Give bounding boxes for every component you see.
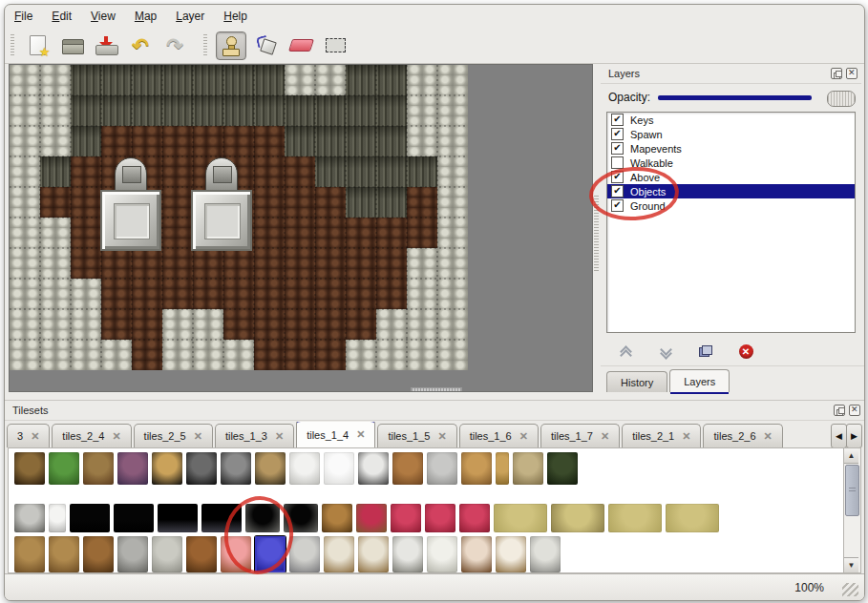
map-tile-cliff-rock[interactable] — [346, 187, 376, 218]
map-tile-cliff-rock[interactable] — [376, 126, 407, 156]
map-tile-brown-floor[interactable] — [254, 248, 285, 279]
map-tile-brown-floor[interactable] — [101, 248, 132, 279]
layer-row-walkable[interactable]: Walkable — [607, 156, 855, 170]
menu-item-edit[interactable]: Edit — [52, 10, 72, 23]
map-tile-light-rock[interactable] — [10, 187, 40, 218]
fill-tool-button[interactable] — [252, 32, 281, 59]
map-tile-brown-floor[interactable] — [285, 156, 315, 187]
map-tile-brown-floor[interactable] — [315, 248, 346, 279]
tileset-tile-dark-arch-tile[interactable] — [284, 504, 318, 532]
layer-row-spawn[interactable]: ✔Spawn — [607, 127, 855, 141]
map-tile-light-rock[interactable] — [40, 95, 71, 126]
tileset-tile-grave-cross[interactable] — [221, 536, 251, 572]
map-tile-brown-floor[interactable] — [285, 309, 315, 340]
tileset-tile-blue-tombstone[interactable] — [255, 536, 286, 572]
layer-row-above[interactable]: ✔Above — [607, 170, 855, 184]
map-tile-brown-floor[interactable] — [254, 309, 285, 340]
opacity-slider-handle[interactable] — [827, 91, 856, 107]
map-tile-brown-floor[interactable] — [254, 156, 285, 187]
map-tile-light-rock[interactable] — [407, 248, 437, 279]
tileset-tile-stone-rubble[interactable] — [152, 536, 182, 572]
move-layer-down-button[interactable] — [655, 341, 676, 362]
map-tile-light-rock[interactable] — [315, 65, 346, 95]
map-tile-brown-floor[interactable] — [132, 248, 162, 279]
toolbar-grip[interactable] — [11, 34, 14, 57]
map-tile-cliff-rock[interactable] — [285, 95, 315, 126]
map-tile-brown-floor[interactable] — [40, 187, 71, 218]
float-panel-icon[interactable] — [831, 68, 842, 79]
map-tile-light-rock[interactable] — [437, 65, 468, 95]
tileset-tile-stone-furnace[interactable] — [14, 504, 45, 532]
layer-visibility-checkbox[interactable]: ✔ — [611, 199, 624, 212]
tileset-tab-tiles_1_4[interactable]: tiles_1_4✕ — [296, 422, 375, 447]
map-tile-brown-floor[interactable] — [162, 218, 193, 248]
map-tile-light-rock[interactable] — [10, 95, 40, 126]
map-tile-cliff-rock[interactable] — [162, 65, 193, 95]
map-tile-brown-floor[interactable] — [162, 248, 193, 279]
map-tile-brown-floor[interactable] — [346, 309, 376, 340]
map-tile-cliff-rock[interactable] — [376, 187, 407, 218]
map-tile-brown-floor[interactable] — [407, 218, 437, 248]
map-tile-brown-floor[interactable] — [285, 248, 315, 279]
map-tile-brown-floor[interactable] — [254, 187, 285, 218]
tileset-tab-tiles_1_5[interactable]: tiles_1_5✕ — [377, 424, 456, 447]
layer-visibility-checkbox[interactable]: ✔ — [611, 185, 624, 198]
menu-item-file[interactable]: File — [14, 10, 32, 23]
tab-scroll-right-button[interactable]: ▶ — [846, 424, 862, 448]
delete-layer-button[interactable]: ✕ — [735, 341, 756, 362]
menu-item-layer[interactable]: Layer — [176, 10, 204, 23]
map-tile-brown-floor[interactable] — [71, 156, 101, 187]
tileset-tile-snowy-well[interactable] — [392, 536, 423, 572]
map-object-grave-pedestal[interactable] — [100, 157, 161, 251]
eraser-tool-button[interactable] — [286, 32, 315, 59]
map-canvas[interactable] — [9, 64, 593, 392]
tileset-tab-tiles_1_7[interactable]: tiles_1_7✕ — [540, 424, 620, 447]
tileset-tile-barred-window[interactable] — [221, 452, 251, 485]
map-tile-light-rock[interactable] — [437, 340, 468, 370]
map-tile-cliff-rock[interactable] — [285, 126, 315, 156]
map-tile-light-rock[interactable] — [10, 279, 40, 309]
tileset-tile-red-curtains[interactable] — [425, 504, 455, 532]
menu-item-help[interactable]: Help — [223, 10, 247, 23]
map-tile-cliff-rock[interactable] — [223, 65, 254, 95]
tab-scroll-left-button[interactable]: ◀ — [831, 424, 847, 448]
map-object-grave-pedestal[interactable] — [191, 157, 252, 251]
layer-visibility-checkbox[interactable]: ✔ — [611, 142, 624, 155]
toolbar-grip[interactable] — [203, 34, 207, 57]
map-tile-light-rock[interactable] — [193, 309, 223, 340]
tileset-tile-dark-arch-tile[interactable] — [245, 504, 280, 532]
map-tile-brown-floor[interactable] — [407, 187, 437, 218]
map-horizontal-scrollbar[interactable] — [411, 387, 462, 392]
map-tile-cliff-rock[interactable] — [407, 156, 437, 187]
map-tile-cliff-rock[interactable] — [71, 126, 101, 156]
map-tile-light-rock[interactable] — [10, 309, 40, 340]
layer-row-keys[interactable]: ✔Keys — [607, 113, 855, 127]
tileset-tile-small-dark-window[interactable] — [186, 452, 217, 485]
scroll-up-button[interactable]: ▲ — [844, 448, 858, 464]
tileset-tile-snowy-barrel[interactable] — [461, 536, 492, 572]
close-tab-icon[interactable]: ✕ — [112, 430, 120, 443]
map-tile-light-rock[interactable] — [40, 248, 71, 279]
map-tile-brown-floor[interactable] — [71, 218, 101, 248]
map-tile-brown-floor[interactable] — [223, 126, 254, 156]
map-tile-light-rock[interactable] — [101, 340, 132, 370]
tileset-tile-flowerbox-window[interactable] — [49, 452, 79, 485]
map-tile-brown-floor[interactable] — [254, 279, 285, 309]
map-tile-light-rock[interactable] — [10, 156, 40, 187]
map-tile-brown-floor[interactable] — [162, 156, 193, 187]
tileset-tile-black-tile[interactable] — [70, 504, 110, 532]
tileset-tile-white-arched-window[interactable] — [289, 452, 320, 485]
close-tab-icon[interactable]: ✕ — [682, 430, 690, 443]
map-tile-brown-floor[interactable] — [132, 309, 162, 340]
map-tile-light-rock[interactable] — [10, 126, 40, 156]
map-tile-cliff-rock[interactable] — [315, 126, 346, 156]
map-tile-light-rock[interactable] — [407, 65, 437, 95]
tileset-tile-black-tile[interactable] — [114, 504, 154, 532]
tileset-tab-3[interactable]: 3✕ — [7, 424, 50, 447]
map-tile-light-rock[interactable] — [346, 340, 376, 370]
map-tile-brown-floor[interactable] — [285, 187, 315, 218]
map-tile-light-rock[interactable] — [437, 156, 468, 187]
menu-item-map[interactable]: Map — [135, 10, 157, 23]
scrollbar-thumb[interactable] — [845, 465, 859, 516]
map-tile-cliff-rock[interactable] — [315, 156, 346, 187]
